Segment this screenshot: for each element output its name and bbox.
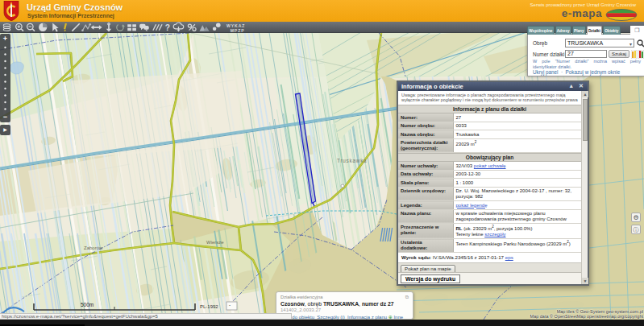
svg-text:500m: 500m [81,302,93,307]
svg-text:Wiersze: Wiersze [206,240,224,245]
svg-text:Truskawka: Truskawka [337,158,367,163]
svg-text:?: ? [165,23,170,32]
svg-text:Zaborów: Zaborów [84,246,103,250]
svg-text:PL-1992: PL-1992 [200,304,218,309]
svg-text:MPZP: MPZP [231,28,245,33]
svg-text:ˇ: ˇ [229,304,231,309]
